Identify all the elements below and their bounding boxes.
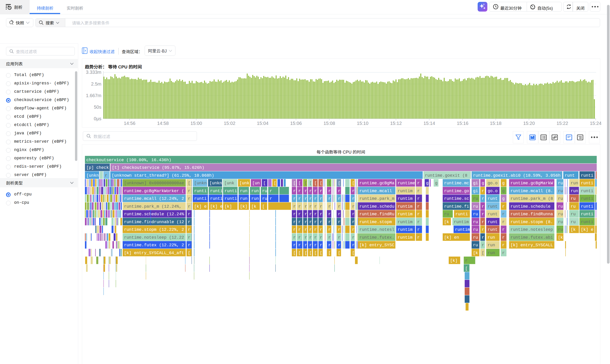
svg-text:ru: ru <box>558 196 563 201</box>
svg-text:g: g <box>435 181 438 185</box>
svg-text:r: r <box>309 189 312 193</box>
svg-text:r: r <box>417 189 420 193</box>
svg-text:runtim: runtim <box>398 220 413 224</box>
svg-text:r: r <box>293 212 296 216</box>
svg-text:r: r <box>298 235 301 240</box>
svg-text:runtime.stopm (8.: runtime.stopm (8. <box>510 220 553 224</box>
svg-text:runtime.futex.abi: runtime.futex.abi <box>510 235 553 240</box>
svg-text:[: [ <box>320 251 322 255</box>
svg-text:r: r <box>320 212 322 216</box>
svg-text:runtime.notesl: runtime.notesl <box>359 227 394 232</box>
svg-text:r: r <box>328 220 331 224</box>
svg-text:runt: runt <box>488 227 498 232</box>
svg-text:r: r <box>417 204 420 209</box>
svg-text:r: r <box>305 235 307 240</box>
svg-text:g: g <box>502 189 505 193</box>
svg-text:r: r <box>298 189 301 193</box>
svg-text:r: r <box>320 220 322 224</box>
svg-text:r: r <box>352 189 355 193</box>
svg-text:r: r <box>482 227 484 232</box>
svg-text:[unkn: [unkn <box>194 181 207 185</box>
svg-text:runtim: runtim <box>455 227 470 232</box>
svg-text:[k: [k <box>251 204 256 209</box>
svg-text:[: [ <box>352 251 355 255</box>
svg-text:ru: ru <box>558 212 563 216</box>
svg-text:[k: [k <box>444 220 449 224</box>
svg-text:runtim: runtim <box>398 235 413 240</box>
svg-text:r: r <box>328 235 331 240</box>
svg-text:ru: ru <box>571 196 576 201</box>
svg-text:[: [ <box>328 181 331 185</box>
svg-text:ru: ru <box>558 204 563 209</box>
svg-text:runtime.notesleep: runtime.notesleep <box>510 227 553 232</box>
svg-text:runtime.schedu: runtime.schedu <box>359 204 394 209</box>
svg-text:g: g <box>502 181 505 185</box>
svg-text:gi: gi <box>473 189 478 193</box>
svg-text:runti: runti <box>225 189 237 193</box>
svg-text:r: r <box>305 227 307 232</box>
svg-text:r: r <box>502 243 505 247</box>
svg-text:[k] entry_SYSCALL_64_aft: [k] entry_SYSCALL_64_aft <box>124 251 184 255</box>
svg-text:r: r <box>298 220 301 224</box>
svg-text:r: r <box>352 220 355 224</box>
svg-text:r: r <box>309 243 312 247</box>
svg-text:[unkn: [unkn <box>86 173 99 178</box>
svg-text:ru: ru <box>473 204 478 209</box>
svg-text:[unknown start_thread?] (61.25: [unknown start_thread?] (61.25%, 10.068h… <box>112 173 214 178</box>
svg-text:runtim: runtim <box>398 196 413 201</box>
svg-text:run: run <box>571 189 578 193</box>
svg-text:r: r <box>270 189 272 193</box>
svg-text:[k]: [k] <box>225 204 232 209</box>
svg-text:r: r <box>502 227 505 232</box>
svg-text:r: r <box>482 220 484 224</box>
svg-text:[: [ <box>305 181 307 185</box>
svg-text:runti: runti <box>455 212 468 216</box>
svg-text:r: r <box>338 212 341 216</box>
svg-text:ru: ru <box>558 181 563 185</box>
svg-text:runti: runti <box>581 189 593 193</box>
svg-text:r: r <box>417 220 420 224</box>
svg-text:r: r <box>309 220 312 224</box>
svg-text:runtime.findRu: runtime.findRu <box>359 212 394 216</box>
svg-text:[k]: [k] <box>240 204 247 209</box>
svg-text:runtim: runtim <box>454 220 469 224</box>
svg-text:r: r <box>309 227 312 232</box>
svg-text:r: r <box>338 243 341 247</box>
svg-text:runtime.schedule (12.24%: runtime.schedule (12.24% <box>124 212 184 216</box>
svg-text:r: r <box>320 189 322 193</box>
svg-text:r: r <box>270 196 272 201</box>
svg-text:runtime.findRunna: runtime.findRunna <box>510 212 553 216</box>
svg-text:runtime.findrunnable (12: runtime.findrunnable (12 <box>124 220 184 224</box>
svg-text:r: r <box>338 235 341 240</box>
svg-text:runtime.gcBgMa: runtime.gcBgMa <box>359 181 394 185</box>
svg-text:r: r <box>105 173 107 178</box>
svg-text:r: r <box>314 243 317 247</box>
svg-text:runtim: runtim <box>398 212 413 216</box>
svg-text:run: run <box>251 189 259 193</box>
svg-text:[: [ <box>309 251 312 255</box>
svg-text:runtime.goexit (8: runtime.goexit (8 <box>425 173 467 178</box>
svg-text:[unknown] 0x0000000000ae: [unknown] 0x0000000000ae <box>124 181 184 185</box>
svg-text:r: r <box>352 243 355 247</box>
svg-text:r: r <box>482 204 484 209</box>
svg-text:[: [ <box>352 181 355 185</box>
svg-text:runtime.go: runtime.go <box>444 189 469 193</box>
svg-text:r: r <box>320 243 322 247</box>
svg-text:r: r <box>314 189 317 193</box>
svg-text:r: r <box>293 243 296 247</box>
svg-text:[: [ <box>305 251 307 255</box>
svg-text:runt: runt <box>565 173 575 178</box>
svg-text:r: r <box>309 235 312 240</box>
svg-text:[: [ <box>293 181 296 185</box>
svg-text:ru: ru <box>571 212 576 216</box>
svg-text:r: r <box>417 181 420 185</box>
svg-text:ru: ru <box>444 212 449 216</box>
svg-text:[k] e: [k] e <box>194 204 207 209</box>
svg-text:run: run <box>571 181 578 185</box>
svg-text:runtime.gcBgMarkW: runtime.gcBgMarkW <box>510 181 553 185</box>
svg-text:r: r <box>417 227 420 232</box>
svg-text:r: r <box>320 204 322 209</box>
svg-text:runti: runti <box>581 181 593 185</box>
svg-text:runti: runti <box>581 212 593 216</box>
svg-text:r: r <box>305 196 307 201</box>
